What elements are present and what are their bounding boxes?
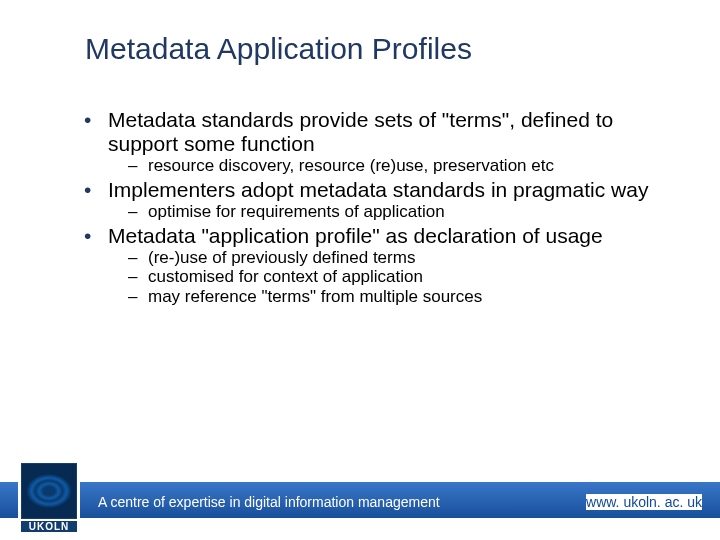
footer-url-text: www. ukoln. ac. uk: [586, 494, 702, 510]
logo-text: UKOLN: [21, 521, 77, 532]
bullet-item: Metadata "application profile" as declar…: [84, 224, 654, 307]
footer-tagline: A centre of expertise in digital informa…: [98, 494, 440, 510]
slide-body: Metadata standards provide sets of "term…: [84, 108, 654, 308]
bullet-text: Metadata "application profile" as declar…: [108, 224, 603, 247]
sub-item: resource discovery, resource (re)use, pr…: [108, 156, 654, 176]
slide-title: Metadata Application Profiles: [85, 32, 472, 66]
logo-icon: [21, 463, 77, 519]
sub-list: resource discovery, resource (re)use, pr…: [108, 156, 654, 176]
sub-list: optimise for requirements of application: [108, 202, 654, 222]
sub-item: customised for context of application: [108, 267, 654, 287]
sub-list: (re-)use of previously defined terms cus…: [108, 248, 654, 307]
bullet-item: Implementers adopt metadata standards in…: [84, 178, 654, 222]
bullet-list: Metadata standards provide sets of "term…: [84, 108, 654, 306]
bullet-item: Metadata standards provide sets of "term…: [84, 108, 654, 176]
bullet-text: Implementers adopt metadata standards in…: [108, 178, 648, 201]
sub-item: may reference "terms" from multiple sour…: [108, 287, 654, 307]
footer-url: www. ukoln. ac. uk: [586, 494, 702, 510]
sub-item: optimise for requirements of application: [108, 202, 654, 222]
sub-item: (re-)use of previously defined terms: [108, 248, 654, 268]
logo: UKOLN: [18, 454, 80, 532]
bullet-text: Metadata standards provide sets of "term…: [108, 108, 613, 155]
slide: Metadata Application Profiles Metadata s…: [0, 0, 720, 540]
